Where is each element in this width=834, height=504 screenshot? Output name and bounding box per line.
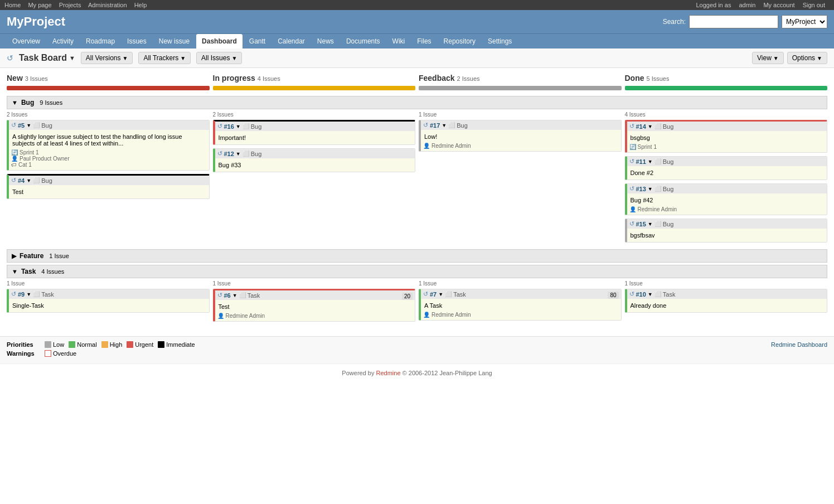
card-15[interactable]: ↺#15▼⬜Bugbgsfbsav: [625, 219, 828, 243]
card-7[interactable]: ↺#7▼⬜TaskA TaskRedmine Admin80: [419, 289, 622, 321]
nav-home[interactable]: Home: [4, 2, 21, 8]
toolbar-right: View ▼ Options ▼: [752, 52, 827, 64]
project-select[interactable]: MyProject: [782, 15, 827, 28]
priority-low-legend: Low: [45, 341, 64, 348]
tracker-icon: ⬜: [448, 122, 455, 128]
filter-issues[interactable]: All Issues ▼: [196, 52, 242, 64]
issue-number[interactable]: #11: [636, 158, 646, 165]
issue-dropdown-arrow[interactable]: ▼: [26, 123, 31, 128]
card-content: A slightly longer issue subject to test …: [11, 132, 207, 148]
card-4[interactable]: ↺#4▼⬜BugTest: [7, 174, 210, 199]
nav-item-issues[interactable]: Issues: [122, 34, 152, 49]
issue-number[interactable]: #10: [636, 291, 646, 298]
filter-versions[interactable]: All Versions ▼: [81, 52, 133, 64]
card-14[interactable]: ↺#14▼⬜Bugbsgbsg🔄 Sprint 1: [625, 120, 828, 153]
redmine-dashboard-link[interactable]: Redmine Dashboard: [771, 341, 827, 348]
issue-number[interactable]: #16: [224, 123, 234, 130]
issue-number[interactable]: #14: [636, 123, 646, 130]
issue-dropdown-arrow[interactable]: ▼: [236, 151, 241, 157]
issue-dropdown-arrow[interactable]: ▼: [648, 186, 653, 192]
issue-number[interactable]: #9: [18, 291, 25, 298]
card-category: 🏷 Cat 1: [11, 162, 207, 168]
card-header: ↺#13▼⬜Bug: [627, 184, 827, 193]
nav-item-repository[interactable]: Repository: [438, 34, 481, 49]
nav-item-dashboard[interactable]: Dashboard: [196, 34, 243, 49]
card-header: ↺#6▼⬜Task: [215, 290, 415, 300]
issue-number[interactable]: #5: [18, 122, 25, 129]
card-17[interactable]: ↺#17▼⬜BugLow!Redmine Admin: [419, 120, 622, 152]
issue-number[interactable]: #6: [224, 292, 231, 299]
issue-dropdown-arrow[interactable]: ▼: [438, 292, 443, 297]
issue-dropdown-arrow[interactable]: ▼: [26, 292, 31, 297]
priority-high-legend: High: [101, 341, 123, 348]
nav-help[interactable]: Help: [134, 2, 147, 8]
group-row-bug[interactable]: ▼Bug9 Issues: [7, 96, 827, 109]
search-bar: Search: MyProject: [663, 15, 827, 28]
issue-number[interactable]: #4: [18, 177, 25, 184]
card-user: Redmine Admin: [423, 143, 619, 149]
warnings-legend: Warnings Overdue: [7, 350, 195, 357]
nav-item-documents[interactable]: Documents: [341, 34, 386, 49]
view-button[interactable]: View ▼: [752, 52, 784, 64]
nav-item-roadmap[interactable]: Roadmap: [80, 34, 120, 49]
card-12[interactable]: ↺#12▼⬜BugBug #33: [213, 148, 416, 172]
card-user: Redmine Admin: [423, 312, 619, 318]
card-user: Paul Product Owner: [11, 156, 207, 162]
card-9[interactable]: ↺#9▼⬜TaskSingle-Task: [7, 289, 210, 313]
card-10[interactable]: ↺#10▼⬜TaskAlready done: [625, 289, 828, 313]
issue-dropdown-arrow[interactable]: ▼: [648, 124, 653, 129]
priority-high-label: High: [110, 341, 123, 348]
issue-number[interactable]: #13: [636, 186, 646, 192]
group-row-task[interactable]: ▼Task4 Issues: [7, 265, 827, 278]
nav-item-news[interactable]: News: [312, 34, 340, 49]
card-6[interactable]: ↺#6▼⬜TaskTestRedmine Admin20: [213, 289, 416, 322]
card-13[interactable]: ↺#13▼⬜BugBug #42Redmine Admin: [625, 183, 828, 215]
issue-number[interactable]: #17: [430, 122, 440, 129]
issue-dropdown-arrow[interactable]: ▼: [236, 124, 241, 129]
issue-dropdown-arrow[interactable]: ▼: [26, 178, 31, 183]
issue-number[interactable]: #12: [224, 151, 234, 157]
nav-projects[interactable]: Projects: [59, 2, 81, 8]
nav-item-new-issue[interactable]: New issue: [153, 34, 195, 49]
username-link[interactable]: admin: [739, 2, 755, 8]
nav-item-files[interactable]: Files: [411, 34, 437, 49]
tracker-label: Bug: [457, 122, 468, 129]
card-badge: 80: [608, 292, 618, 299]
issue-number[interactable]: #15: [636, 221, 646, 227]
nav-mypage[interactable]: My page: [28, 2, 51, 8]
issue-dropdown-arrow[interactable]: ▼: [232, 293, 237, 298]
board-title-arrow[interactable]: ▼: [69, 55, 75, 61]
column-2-3: 1 Issue↺#10▼⬜TaskAlready done: [625, 280, 828, 325]
card-16[interactable]: ↺#16▼⬜BugImportant!: [213, 120, 416, 145]
nav-item-activity[interactable]: Activity: [47, 34, 79, 49]
filter-trackers[interactable]: All Trackers ▼: [138, 52, 191, 64]
issue-dropdown-arrow[interactable]: ▼: [442, 123, 447, 128]
search-input[interactable]: [689, 15, 778, 28]
issue-count: 2 Issues: [7, 112, 210, 118]
priority-immediate-label: Immediate: [166, 341, 195, 348]
options-button[interactable]: Options ▼: [787, 52, 827, 64]
card-spinner-icon: ↺: [11, 122, 16, 129]
nav-item-calendar[interactable]: Calendar: [272, 34, 311, 49]
my-account-link[interactable]: My account: [763, 2, 794, 8]
redmine-link[interactable]: Redmine: [376, 370, 401, 376]
project-title: MyProject: [7, 14, 65, 29]
priorities-legend: Priorities Low Normal High Urgent: [7, 341, 195, 348]
card-11[interactable]: ↺#11▼⬜BugDone #2: [625, 156, 828, 180]
nav-item-settings[interactable]: Settings: [482, 34, 517, 49]
issue-dropdown-arrow[interactable]: ▼: [648, 159, 653, 164]
card-spinner-icon: ↺: [423, 122, 428, 129]
tracker-icon: ⬜: [654, 186, 661, 192]
nav-item-overview[interactable]: Overview: [7, 34, 46, 49]
card-5[interactable]: ↺#5▼⬜BugA slightly longer issue subject …: [7, 120, 210, 171]
nav-item-wiki[interactable]: Wiki: [387, 34, 411, 49]
sign-out-link[interactable]: Sign out: [803, 2, 825, 8]
group-row-feature[interactable]: ▶Feature1 Issue: [7, 249, 827, 263]
issue-dropdown-arrow[interactable]: ▼: [648, 292, 653, 297]
issue-dropdown-arrow[interactable]: ▼: [648, 221, 653, 227]
card-header: ↺#10▼⬜Task: [627, 289, 827, 299]
card-header: ↺#5▼⬜Bug: [9, 120, 209, 130]
issue-number[interactable]: #7: [430, 291, 437, 298]
nav-administration[interactable]: Administration: [88, 2, 127, 8]
nav-item-gantt[interactable]: Gantt: [244, 34, 271, 49]
